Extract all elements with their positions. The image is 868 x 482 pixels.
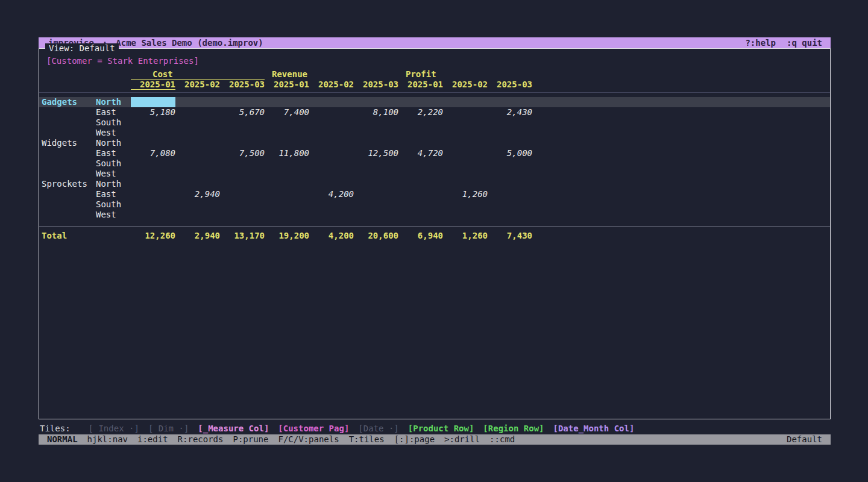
value-cell[interactable] xyxy=(488,128,532,138)
value-cell[interactable] xyxy=(354,97,398,107)
value-cell[interactable] xyxy=(131,169,175,179)
month-header[interactable]: 2025-01 xyxy=(265,80,309,90)
value-cell[interactable] xyxy=(309,169,354,179)
value-cell[interactable] xyxy=(175,199,220,210)
value-cell[interactable] xyxy=(131,158,175,169)
value-cell[interactable] xyxy=(488,138,532,148)
value-cell[interactable] xyxy=(443,158,488,169)
value-cell[interactable] xyxy=(131,189,175,199)
month-header[interactable]: 2025-01 xyxy=(131,80,175,90)
value-cell[interactable]: 7,500 xyxy=(220,148,265,158)
value-cell[interactable] xyxy=(309,148,354,158)
value-cell[interactable] xyxy=(220,158,265,169)
measure-group-profit[interactable]: Profit xyxy=(398,69,532,80)
month-header[interactable]: 2025-01 xyxy=(398,80,443,90)
value-cell[interactable] xyxy=(488,179,532,189)
month-header[interactable]: 2025-03 xyxy=(354,80,398,90)
value-cell[interactable] xyxy=(220,179,265,189)
value-cell[interactable] xyxy=(443,107,488,117)
value-cell[interactable] xyxy=(265,189,309,199)
value-cell[interactable]: 4,200 xyxy=(309,189,354,199)
value-cell[interactable] xyxy=(265,210,309,220)
value-cell[interactable] xyxy=(175,107,220,117)
value-cell[interactable] xyxy=(443,148,488,158)
quit-hint[interactable]: :q quit xyxy=(787,37,822,48)
value-cell[interactable]: 2,430 xyxy=(488,107,532,117)
table-row[interactable]: East5,1805,6707,4008,1002,2202,430 xyxy=(39,107,830,117)
value-cell[interactable] xyxy=(398,117,443,128)
value-cell[interactable] xyxy=(220,210,265,220)
value-cell[interactable] xyxy=(398,138,443,148)
value-cell[interactable] xyxy=(131,179,175,189)
value-cell[interactable] xyxy=(398,169,443,179)
table-row[interactable]: South xyxy=(39,158,830,169)
value-cell[interactable] xyxy=(175,117,220,128)
month-header[interactable]: 2025-02 xyxy=(175,80,220,90)
value-cell[interactable] xyxy=(309,128,354,138)
value-cell[interactable] xyxy=(265,158,309,169)
value-cell[interactable] xyxy=(131,117,175,128)
value-cell[interactable] xyxy=(309,97,354,107)
table-row[interactable]: West xyxy=(39,128,830,138)
value-cell[interactable] xyxy=(265,128,309,138)
value-cell[interactable] xyxy=(265,117,309,128)
help-hint[interactable]: ?:help xyxy=(745,37,776,48)
value-cell[interactable] xyxy=(354,128,398,138)
table-row[interactable]: WidgetsNorth xyxy=(39,138,830,148)
value-cell[interactable] xyxy=(265,97,309,107)
value-cell[interactable] xyxy=(220,199,265,210)
value-cell[interactable] xyxy=(175,138,220,148)
value-cell[interactable] xyxy=(175,148,220,158)
value-cell[interactable] xyxy=(131,210,175,220)
value-cell[interactable] xyxy=(398,199,443,210)
value-cell[interactable] xyxy=(309,117,354,128)
tile-dim[interactable]: [ Dim ·] xyxy=(148,424,189,433)
value-cell[interactable] xyxy=(265,138,309,148)
value-cell[interactable] xyxy=(220,169,265,179)
value-cell[interactable]: 12,500 xyxy=(354,148,398,158)
value-cell[interactable] xyxy=(265,169,309,179)
value-cell[interactable]: 5,180 xyxy=(131,107,175,117)
tile-index[interactable]: [ Index ·] xyxy=(89,424,139,433)
month-header[interactable]: 2025-02 xyxy=(443,80,488,90)
table-row[interactable]: East2,9404,2001,260 xyxy=(39,189,830,199)
value-cell[interactable] xyxy=(175,158,220,169)
value-cell[interactable]: 5,000 xyxy=(488,148,532,158)
table-row[interactable]: West xyxy=(39,169,830,179)
value-cell[interactable] xyxy=(175,179,220,189)
value-cell[interactable] xyxy=(443,199,488,210)
value-cell[interactable] xyxy=(398,210,443,220)
value-cell[interactable] xyxy=(175,169,220,179)
value-cell[interactable] xyxy=(309,158,354,169)
table-row[interactable]: GadgetsNorth xyxy=(39,97,830,107)
filter-chip[interactable]: [Customer = Stark Enterprises] xyxy=(46,56,830,66)
value-cell[interactable] xyxy=(443,179,488,189)
value-cell[interactable] xyxy=(175,128,220,138)
value-cell[interactable] xyxy=(220,128,265,138)
table-row[interactable]: East7,0807,50011,80012,5004,7205,000 xyxy=(39,148,830,158)
value-cell[interactable]: 7,400 xyxy=(265,107,309,117)
value-cell[interactable] xyxy=(309,138,354,148)
value-cell[interactable] xyxy=(488,169,532,179)
value-cell[interactable] xyxy=(398,189,443,199)
value-cell[interactable] xyxy=(131,138,175,148)
value-cell[interactable] xyxy=(443,97,488,107)
table-row[interactable]: South xyxy=(39,199,830,210)
measure-group-cost[interactable]: Cost xyxy=(131,69,265,80)
tile-measure-col[interactable]: [_Measure Col] xyxy=(198,424,269,433)
value-cell[interactable] xyxy=(354,210,398,220)
tile-customer-pag[interactable]: [Customer Pag] xyxy=(278,424,349,433)
month-header[interactable]: 2025-03 xyxy=(488,80,532,90)
value-cell[interactable]: 5,670 xyxy=(220,107,265,117)
value-cell[interactable]: 11,800 xyxy=(265,148,309,158)
value-cell[interactable] xyxy=(354,138,398,148)
value-cell[interactable] xyxy=(398,179,443,189)
tile-product-row[interactable]: [Product Row] xyxy=(408,424,474,433)
value-cell[interactable]: 8,100 xyxy=(354,107,398,117)
value-cell[interactable] xyxy=(220,189,265,199)
tile-date-month-col[interactable]: [Date_Month Col] xyxy=(553,424,635,433)
value-cell[interactable] xyxy=(398,158,443,169)
value-cell[interactable] xyxy=(131,199,175,210)
table-row[interactable]: SprocketsNorth xyxy=(39,179,830,189)
month-header[interactable]: 2025-02 xyxy=(309,80,354,90)
